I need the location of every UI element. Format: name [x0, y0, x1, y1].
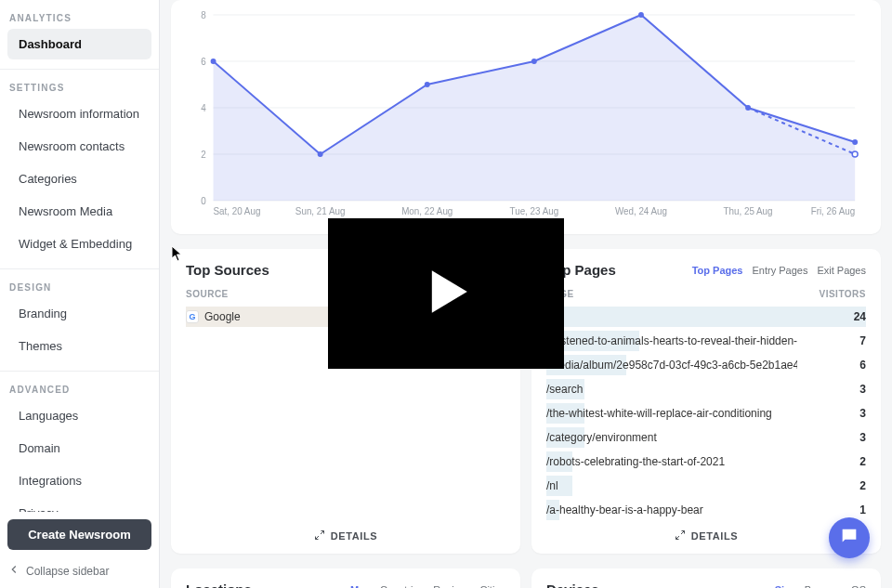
svg-text:0: 0 [201, 196, 206, 206]
top-pages-card: Top Pages Top Pages Entry Pages Exit Pag… [531, 249, 881, 554]
page-row[interactable]: /i-listened-to-animals-hearts-to-reveal-… [546, 329, 866, 353]
sidebar: ANALYTICS Dashboard SETTINGS Newsroom in… [0, 0, 160, 588]
google-favicon-icon: G [186, 310, 199, 323]
tab-countries[interactable]: Countries [380, 584, 424, 589]
sidebar-item-dashboard[interactable]: Dashboard [7, 29, 151, 59]
tab-cities[interactable]: Cities [479, 584, 505, 589]
page-row[interactable]: /search3 [546, 377, 866, 401]
section-header-advanced: ADVANCED [0, 372, 159, 399]
svg-point-14 [638, 12, 644, 18]
page-row-label: /the-whitest-white-will-replace-air-cond… [546, 407, 772, 420]
section-header-settings: SETTINGS [0, 70, 159, 97]
sources-details-button[interactable]: DETAILS [314, 522, 377, 542]
page-row[interactable]: /a-healthy-bear-is-a-happy-bear1 [546, 498, 866, 522]
col-visitors: Visitors [820, 289, 867, 299]
tab-regions[interactable]: Regions [433, 584, 470, 589]
svg-line-28 [676, 536, 679, 540]
svg-text:Thu, 25 Aug: Thu, 25 Aug [724, 206, 773, 216]
chat-icon [839, 526, 859, 550]
page-row-label: /category/environment [546, 431, 657, 444]
svg-point-16 [852, 139, 858, 145]
svg-line-27 [681, 531, 685, 535]
svg-line-25 [321, 531, 324, 535]
page-row-value: 1 [844, 503, 866, 516]
tab-size[interactable]: Size [775, 584, 795, 589]
page-row-value: 3 [844, 407, 866, 420]
tab-map[interactable]: Map [350, 584, 371, 589]
sidebar-item-themes[interactable]: Themes [7, 331, 151, 361]
tab-browser[interactable]: Browser [805, 584, 842, 589]
locations-card: Locations Map Countries Regions Cities [171, 568, 520, 588]
sidebar-item-domain[interactable]: Domain [7, 433, 151, 464]
visitors-chart-card: 8 6 4 2 0 Sat, 20 A [171, 0, 881, 234]
page-row-value: 24 [844, 310, 866, 323]
section-header-design: DESIGN [0, 269, 159, 296]
svg-point-17 [852, 151, 858, 157]
sidebar-item-privacy[interactable]: Privacy [7, 498, 151, 512]
svg-text:Tue, 23 Aug: Tue, 23 Aug [510, 206, 559, 216]
page-row-value: 6 [844, 359, 866, 372]
tab-exit-pages[interactable]: Exit Pages [817, 265, 866, 276]
page-row-label: /robots-celebrating-the-start-of-2021 [546, 455, 725, 468]
col-source: Source [186, 289, 229, 299]
svg-point-15 [745, 105, 751, 111]
svg-text:Fri, 26 Aug: Fri, 26 Aug [811, 206, 856, 216]
page-row[interactable]: /the-whitest-white-will-replace-air-cond… [546, 401, 866, 425]
sidebar-item-newsroom-media[interactable]: Newsroom Media [7, 196, 151, 227]
collapse-sidebar-label: Collapse sidebar [26, 565, 109, 578]
devices-title: Devices [546, 581, 599, 588]
sidebar-item-branding[interactable]: Branding [7, 298, 151, 329]
page-row-value: 2 [844, 479, 866, 492]
tab-top-pages[interactable]: Top Pages [692, 265, 743, 276]
svg-point-11 [318, 151, 323, 157]
page-row[interactable]: /robots-celebrating-the-start-of-20212 [546, 450, 866, 474]
sidebar-item-integrations[interactable]: Integrations [7, 465, 151, 496]
top-pages-tabs: Top Pages Entry Pages Exit Pages [692, 265, 866, 276]
svg-line-26 [315, 536, 319, 540]
svg-text:Sat, 20 Aug: Sat, 20 Aug [214, 206, 261, 216]
collapse-sidebar-button[interactable]: Collapse sidebar [0, 555, 159, 588]
sidebar-item-newsroom-information[interactable]: Newsroom information [7, 98, 151, 129]
chat-launcher-button[interactable] [829, 517, 870, 558]
svg-text:Sun, 21 Aug: Sun, 21 Aug [295, 206, 346, 216]
page-row-value: 3 [844, 383, 866, 396]
page-row-label: /media/album/2e958c7d-03cf-49c3-a6cb-5e2… [546, 359, 797, 372]
svg-point-13 [531, 59, 537, 64]
svg-text:Wed, 24 Aug: Wed, 24 Aug [615, 206, 667, 216]
sidebar-item-categories[interactable]: Categories [7, 163, 151, 194]
tab-os[interactable]: OS [851, 584, 866, 589]
svg-text:6: 6 [201, 57, 206, 67]
source-row-label: Google [204, 310, 241, 323]
locations-title: Locations [186, 581, 252, 588]
page-row-value: 2 [844, 455, 866, 468]
svg-point-12 [425, 82, 430, 87]
page-row-label: /a-healthy-bear-is-a-happy-bear [546, 503, 703, 516]
page-row-label: /nl [546, 479, 558, 492]
page-row-label: /i-listened-to-animals-hearts-to-reveal-… [546, 334, 797, 347]
details-label: DETAILS [691, 530, 738, 542]
sidebar-item-newsroom-contacts[interactable]: Newsroom contacts [7, 131, 151, 162]
play-icon [411, 256, 481, 331]
tab-entry-pages[interactable]: Entry Pages [752, 265, 807, 276]
video-play-overlay[interactable] [328, 218, 564, 369]
create-newsroom-button[interactable]: Create Newsroom [7, 519, 151, 550]
expand-icon [314, 529, 325, 542]
sidebar-item-languages[interactable]: Languages [7, 400, 151, 431]
page-row[interactable]: /category/environment3 [546, 425, 866, 450]
expand-icon [675, 529, 686, 542]
svg-text:8: 8 [201, 10, 206, 20]
visitors-area-chart: 8 6 4 2 0 Sat, 20 A [188, 6, 864, 219]
svg-text:4: 4 [201, 103, 206, 113]
details-label: DETAILS [331, 530, 377, 542]
section-header-analytics: ANALYTICS [0, 0, 159, 27]
sidebar-item-widget-embedding[interactable]: Widget & Embedding [7, 229, 151, 259]
page-row[interactable]: /24 [546, 305, 866, 329]
pages-details-button[interactable]: DETAILS [675, 522, 738, 542]
page-row-label: /search [546, 383, 583, 396]
page-row[interactable]: /media/album/2e958c7d-03cf-49c3-a6cb-5e2… [546, 353, 866, 377]
svg-point-10 [211, 59, 216, 64]
devices-card: Devices Size Browser OS [531, 568, 881, 588]
page-row[interactable]: /nl2 [546, 474, 866, 498]
svg-text:2: 2 [201, 150, 206, 160]
top-sources-title: Top Sources [186, 262, 269, 278]
